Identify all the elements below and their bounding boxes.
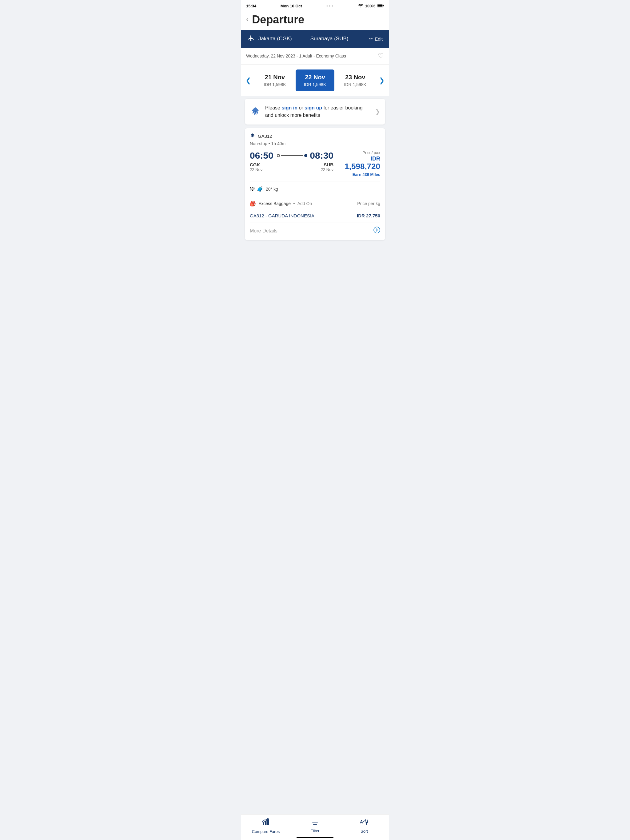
arrive-dot [304,154,307,157]
status-bar: 15:34 Mon 16 Oct ··· 100% [241,0,389,11]
depart-dot [277,154,280,157]
baggage-row: 🍽 🧳 20* kg [250,181,380,193]
battery-pct: 100% [365,4,375,8]
date-price-2: IDR 1,598K [338,82,372,87]
edit-button[interactable]: ✏ Edit [369,36,383,41]
route-separator [295,39,307,39]
svg-point-9 [268,818,269,820]
flight-times: 06:50 08:30 CGK 22 Nov SUB [250,150,334,172]
garuda-small-icon [250,133,255,139]
heart-icon[interactable]: ♡ [378,52,384,60]
compare-fares-icon [262,818,270,828]
depart-time: 06:50 [250,150,274,161]
price-amount: 1,598,720 [337,162,380,171]
filter-button[interactable]: Filter [290,819,340,833]
luggage-icon: 🧳 [256,186,263,193]
more-details-row[interactable]: More Details [250,223,380,235]
page-title: Departure [252,13,304,26]
status-date: Mon 16 Oct [280,4,302,8]
sort-az-icon: A Z [360,818,369,828]
depart-airport: CGK 22 Nov [250,162,263,172]
baggage-icons: 🍽 🧳 [250,186,263,193]
home-indicator [296,837,334,838]
date-card-0[interactable]: 21 Nov IDR 1,598K [255,69,294,91]
signin-link[interactable]: sign in [282,105,298,111]
date-price-1: IDR 1,598K [298,82,332,87]
flight-meta: Non-stop • 1h 40m [250,141,380,146]
bottom-toolbar: Compare Fares Filter A Z Sort [241,814,389,840]
edit-label: Edit [375,36,383,41]
arrive-code: SUB [321,162,334,167]
date-selector: ❮ 21 Nov IDR 1,598K 22 Nov IDR 1,598K 23… [241,65,389,96]
svg-point-8 [265,819,267,821]
earn-miles: Earn 439 Miles [337,172,380,177]
status-dots: ··· [326,2,334,9]
svg-rect-6 [268,819,269,825]
compare-fares-label: Compare Fares [252,829,280,834]
svg-text:Z: Z [363,819,365,823]
price-per-kg-label: Price per kg [357,201,380,206]
destination-label: Surabaya (SUB) [310,36,348,42]
svg-rect-4 [263,823,264,825]
filter-icon [311,819,319,827]
excess-dot: • [293,201,295,206]
route-bar: Jakarta (CGK) Surabaya (SUB) ✏ Edit [241,30,389,47]
svg-text:A: A [360,819,363,824]
sort-button[interactable]: A Z Sort [340,818,389,834]
arrive-date: 22 Nov [321,167,334,172]
page-header: ‹ Departure [241,11,389,30]
more-details-arrow-icon [374,227,380,235]
date-label-0: 21 Nov [258,74,292,81]
signup-link[interactable]: sign up [304,105,322,111]
airport-row: CGK 22 Nov SUB 22 Nov [250,162,334,172]
arrive-airport: SUB 22 Nov [321,162,334,172]
date-label-1: 22 Nov [298,74,332,81]
flight-header: GA312 [250,133,380,139]
date-card-1[interactable]: 22 Nov IDR 1,598K [296,69,335,91]
next-date-button[interactable]: ❯ [375,74,389,87]
addon-text: Add On [298,201,312,206]
banner-arrow-icon: ❯ [375,108,380,115]
route-line [274,154,310,157]
flight-line [281,155,303,156]
sort-label: Sort [361,829,368,834]
depart-date: 22 Nov [250,167,263,172]
battery-icon [377,4,384,8]
origin-label: Jakarta (CGK) [258,36,292,42]
excess-baggage-label: Excess Baggage [258,201,291,206]
plane-icon [247,35,255,43]
price-currency: IDR [337,156,380,162]
flight-number: GA312 [258,133,272,139]
flight-card[interactable]: GA312 Non-stop • 1h 40m 06:50 08:30 [245,128,385,240]
svg-rect-5 [265,821,267,825]
meal-icon: 🍽 [250,186,255,192]
trip-info-bar: Wednesday, 22 Nov 2023 - 1 Adult - Econo… [241,47,389,65]
wifi-icon [358,4,363,8]
more-details-label: More Details [250,228,277,234]
date-label-2: 23 Nov [338,74,372,81]
depart-code: CGK [250,162,263,167]
excess-baggage-row: 🎒 Excess Baggage • Add On Price per kg [250,197,380,207]
airline-name: GA312 - GARUDA INDONESIA [250,213,314,218]
svg-rect-2 [377,5,382,7]
garuda-logo-icon [250,106,261,117]
route-text: Jakarta (CGK) Surabaya (SUB) [258,36,348,42]
svg-point-3 [374,227,380,233]
price-column: Price/ pax IDR 1,598,720 Earn 439 Miles [337,150,380,177]
back-button[interactable]: ‹ [246,16,248,24]
status-time: 15:34 [246,4,256,8]
signin-banner[interactable]: Please sign in or sign up for easier boo… [245,99,385,125]
filter-label: Filter [311,829,320,833]
svg-point-7 [263,821,264,823]
time-row: 06:50 08:30 [250,150,334,161]
date-price-0: IDR 1,598K [258,82,292,87]
excess-icon: 🎒 [250,201,256,207]
compare-fares-button[interactable]: Compare Fares [241,818,290,834]
trip-info-text: Wednesday, 22 Nov 2023 - 1 Adult - Econo… [246,54,346,58]
excess-left: 🎒 Excess Baggage • Add On [250,201,312,207]
pencil-icon: ✏ [369,36,373,41]
flight-body: 06:50 08:30 CGK 22 Nov SUB [250,150,380,177]
date-card-2[interactable]: 23 Nov IDR 1,598K [336,69,375,91]
prev-date-button[interactable]: ❮ [241,74,255,87]
arrive-time: 08:30 [310,150,334,161]
